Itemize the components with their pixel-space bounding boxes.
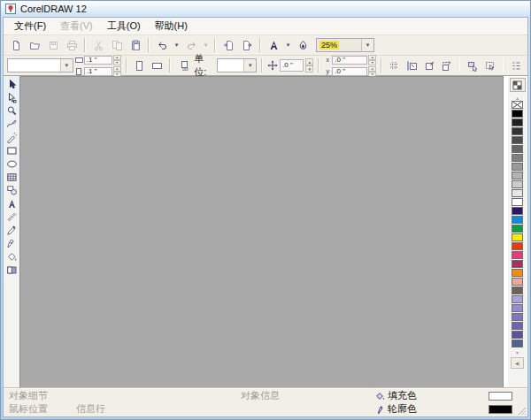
duplicate-y-field[interactable]: .0 " [332,67,367,76]
palette-swatch[interactable] [512,118,523,126]
titlebar[interactable]: CorelDRAW 12 [1,1,530,17]
interactive-blend-tool[interactable] [4,210,19,224]
freehand-tool[interactable] [4,118,19,131]
toolbar-separator [259,38,261,52]
fill-tool[interactable] [4,250,19,263]
palette-swatch[interactable] [512,251,523,259]
palette-swatch[interactable] [512,331,523,339]
paper-width-spinner[interactable]: ▴▾ [113,55,121,65]
snap-to-grid-button[interactable] [387,57,403,74]
basic-shapes-tool[interactable] [4,184,19,197]
paste-button[interactable] [127,36,144,54]
palette-swatch[interactable] [512,233,523,241]
palette-swatch[interactable] [512,286,523,294]
duplicate-y-icon: y [324,68,331,74]
palette-swatch[interactable] [512,163,523,171]
palette-scroll-up-button[interactable]: ▴ [512,94,523,101]
fill-color-label: 填充色 [388,389,417,402]
palette-swatch[interactable] [512,207,523,215]
palette-swatch[interactable] [512,225,523,233]
new-document-button[interactable] [7,36,25,54]
palette-swatch[interactable] [512,136,523,144]
snap-to-guidelines-button[interactable] [404,57,420,74]
menu-item[interactable]: 文件(F) [7,18,53,34]
undo-dropdown[interactable]: ▾ [172,36,181,54]
units-label: 单位: [194,52,213,79]
paper-type-combo[interactable]: ▾ [7,58,73,73]
palette-swatch[interactable] [512,172,523,179]
export-button[interactable] [238,36,256,54]
palette-no-color-swatch[interactable] [512,101,523,109]
palette-swatch[interactable] [512,198,523,206]
palette-swatch[interactable] [512,322,523,330]
palette-swatch[interactable] [512,145,523,153]
nudge-offset-field[interactable]: .0 " [280,59,304,72]
graph-paper-tool[interactable] [4,171,19,184]
palette-swatch[interactable] [512,260,523,268]
smart-drawing-tool[interactable] [4,131,19,144]
text-tool[interactable] [4,197,19,210]
nudge-spinner[interactable]: ▴▾ [305,58,314,73]
options-button[interactable] [508,57,524,74]
palette-scroll-down-button[interactable]: ▾ [512,348,523,355]
print-button [63,36,81,54]
palette-swatch[interactable] [512,278,523,286]
palette-swatch[interactable] [512,269,523,277]
duplicate-x-field[interactable]: .0 " [332,56,367,65]
palette-options-button[interactable] [510,78,526,92]
palette-swatch[interactable] [512,295,523,303]
snap-to-objects-button[interactable] [421,57,437,74]
zoom-tool[interactable] [4,104,19,118]
palette-swatch[interactable] [512,154,523,162]
launcher-dropdown[interactable]: ▾ [283,36,293,54]
color-palette: ▴ ▾ ◂| [508,77,527,387]
marquee-select-button[interactable] [482,57,498,74]
palette-swatch[interactable] [512,313,523,321]
duplicate-x-spinner[interactable]: ▴▾ [368,55,376,65]
chevron-down-icon: ▾ [243,59,256,72]
treat-as-filled-button[interactable] [465,57,481,74]
dynamic-guides-button[interactable] [439,57,455,74]
palette-swatch[interactable] [512,242,523,250]
outline-tool[interactable] [4,237,19,250]
menu-item[interactable]: 工具(O) [100,18,148,34]
palette-swatch[interactable] [512,127,523,135]
portrait-button[interactable] [132,57,148,74]
standard-toolbar: ▾▾▾25%▾ [4,35,527,56]
paper-height-spinner[interactable]: ▴▾ [113,66,121,77]
duplicate-y-spinner[interactable]: ▴▾ [368,66,376,77]
nudge-offset-icon [267,60,278,71]
interactive-fill-tool[interactable] [4,263,19,277]
drawing-scale-button[interactable]: 0cm [175,57,191,74]
landscape-button[interactable] [149,57,165,74]
ellipse-tool[interactable] [4,157,19,171]
palette-swatch[interactable] [512,110,523,118]
application-launcher-button[interactable] [265,36,282,54]
eyedropper-tool[interactable] [4,224,19,237]
import-button[interactable] [219,36,237,54]
paper-width-field[interactable]: .1 " [84,56,112,65]
canvas[interactable] [19,76,504,388]
menu-item[interactable]: 帮助(H) [148,18,195,34]
palette-swatch[interactable] [512,189,523,197]
zoom-level-combo[interactable]: 25%▾ [316,38,374,52]
corel-online-button[interactable] [294,36,312,54]
palette-zone: ▴ ▾ ◂| [504,76,527,388]
pick-tool[interactable] [4,78,19,91]
palette-swatch[interactable] [512,216,523,224]
palette-swatch[interactable] [512,340,523,347]
shape-tool[interactable] [4,91,19,104]
palette-swatch[interactable] [512,180,523,188]
open-button[interactable] [26,36,43,54]
undo-button[interactable] [153,36,171,54]
palette-expand-button[interactable]: ◂| [511,357,524,369]
zoom-level-value: 25% [319,41,339,50]
units-combo[interactable]: ▾ [217,58,257,73]
outline-color-swatch[interactable] [489,405,512,414]
object-info-label: 对象信息 [241,389,280,402]
rectangle-tool[interactable] [4,144,19,157]
resize-grip[interactable] [517,406,527,416]
paper-height-field[interactable]: .1 " [84,67,112,76]
fill-color-swatch[interactable] [489,392,512,401]
palette-swatch[interactable] [512,304,523,312]
